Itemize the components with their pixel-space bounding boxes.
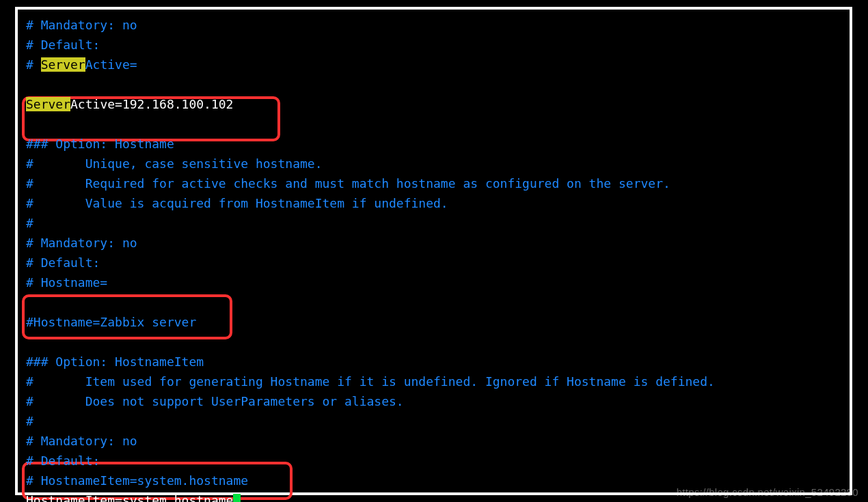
config-line: # HostnameItem=system.hostname: [26, 473, 248, 488]
config-line: # Mandatory: no: [26, 18, 137, 32]
config-line: # Default:: [26, 255, 100, 270]
terminal-frame: # Mandatory: no # Default: # ServerActiv…: [15, 7, 852, 495]
highlight-server: Server: [26, 97, 70, 111]
config-line: ### Option: Hostname: [26, 137, 174, 151]
config-value: HostnameItem=system.hostname: [26, 493, 233, 502]
config-line: # Does not support UserParameters or ali…: [26, 394, 404, 408]
config-line: # Default:: [26, 38, 100, 52]
config-line: #: [26, 414, 33, 428]
config-line: # Item used for generating Hostname if i…: [26, 374, 715, 389]
config-line: Active=: [85, 57, 137, 72]
config-line: # Required for active checks and must ma…: [26, 176, 670, 191]
config-line: # Default:: [26, 454, 100, 468]
config-line: # Hostname=: [26, 275, 107, 290]
config-line: #Hostname=Zabbix server: [26, 315, 196, 329]
config-line: # Mandatory: no: [26, 236, 137, 250]
config-line: # Unique, case sensitive hostname.: [26, 156, 322, 171]
config-line: ### Option: HostnameItem: [26, 354, 204, 369]
config-value: Active=192.168.100.102: [70, 97, 233, 111]
config-line: # Value is acquired from HostnameItem if…: [26, 196, 448, 210]
highlight-server: Server: [41, 57, 85, 72]
watermark-text: https://blog.csdn.net/weixin_52492280: [677, 486, 858, 498]
config-line: # Mandatory: no: [26, 434, 137, 448]
config-file-text: # Mandatory: no # Default: # ServerActiv…: [18, 10, 850, 502]
terminal-cursor: [233, 494, 241, 502]
config-line: #: [26, 216, 33, 230]
config-line: #: [26, 57, 41, 72]
